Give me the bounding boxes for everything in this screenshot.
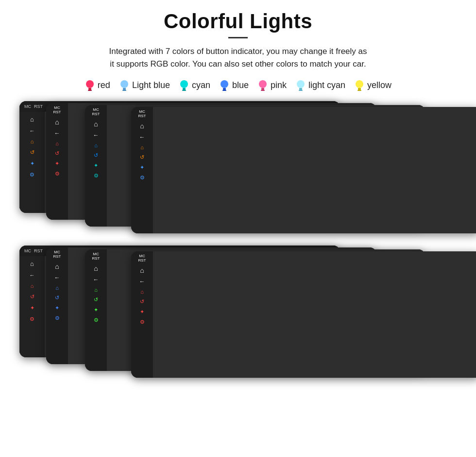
color-label-lightblue: Light blue <box>132 80 170 90</box>
svg-rect-19 <box>358 88 361 90</box>
color-label-pink: pink <box>271 80 287 90</box>
svg-rect-7 <box>183 88 186 90</box>
svg-point-12 <box>259 80 267 88</box>
sidebar-icons: ⌂ ← ⌂ ↺ ✦ ⚙ <box>19 112 45 213</box>
color-item-red: red <box>85 79 110 92</box>
page-title: Colorful Lights <box>164 10 312 33</box>
blue-bulb-icon <box>219 79 230 92</box>
sidebar-icons-bottom: ⌂ ← ⌂ ↺ ✦ ⚙ <box>19 256 45 357</box>
color-item-blue: blue <box>219 79 249 92</box>
color-label-cyan: cyan <box>192 80 210 90</box>
color-label-yellow: yellow <box>367 80 391 90</box>
svg-rect-8 <box>182 90 186 91</box>
svg-rect-16 <box>299 88 302 90</box>
svg-point-0 <box>86 80 94 88</box>
svg-rect-11 <box>222 90 226 91</box>
svg-rect-10 <box>223 88 226 90</box>
red-bulb-icon <box>85 79 95 92</box>
color-item-yellow: yellow <box>354 79 391 92</box>
lightcyan-bulb-icon <box>295 79 306 92</box>
svg-point-6 <box>180 80 188 88</box>
color-indicator-list: red Light blue cyan blue pink <box>85 79 391 92</box>
svg-rect-4 <box>123 88 126 90</box>
cyan-bulb-icon <box>179 79 189 92</box>
color-label-blue: blue <box>232 80 249 90</box>
title-divider <box>228 37 248 38</box>
lightblue-bulb-icon <box>119 79 130 92</box>
svg-point-15 <box>297 80 305 88</box>
screens-section: MCRST ⌂ ← ⌂ ↺ ✦ ⚙ MCRST ⌂ <box>19 101 457 384</box>
description-text: Integrated with 7 colors of button indic… <box>109 45 367 71</box>
svg-rect-2 <box>88 90 92 91</box>
bottom-screen-stack: MCRST ⌂ ← ⌂ ↺ ✦ ⚙ MCRST ⌂ <box>19 246 457 384</box>
svg-point-3 <box>120 80 128 88</box>
color-label-lightcyan: light cyan <box>308 80 345 90</box>
top-screen-stack: MCRST ⌂ ← ⌂ ↺ ✦ ⚙ MCRST ⌂ <box>19 101 457 240</box>
color-item-lightblue: Light blue <box>119 79 170 92</box>
svg-point-18 <box>356 80 363 88</box>
svg-point-9 <box>221 80 228 88</box>
color-item-cyan: cyan <box>179 79 210 92</box>
svg-rect-5 <box>122 90 126 91</box>
svg-rect-13 <box>261 88 264 90</box>
color-item-pink: pink <box>257 79 287 92</box>
yellow-bulb-icon <box>354 79 365 92</box>
color-item-lightcyan: light cyan <box>295 79 345 92</box>
pink-bulb-icon <box>257 79 268 92</box>
svg-rect-14 <box>261 90 265 91</box>
svg-rect-1 <box>88 88 91 90</box>
color-label-red: red <box>98 80 110 90</box>
svg-rect-17 <box>299 90 303 91</box>
svg-rect-20 <box>357 90 361 91</box>
screen-back-4: MCRST ⌂ ← ⌂ ↺ ✦ ⚙ <box>131 107 476 233</box>
page: Colorful Lights Integrated with 7 colors… <box>0 0 476 457</box>
screen-bottom-back-4: MCRST ⌂ ← ⌂ ↺ ✦ ⚙ <box>131 251 476 378</box>
